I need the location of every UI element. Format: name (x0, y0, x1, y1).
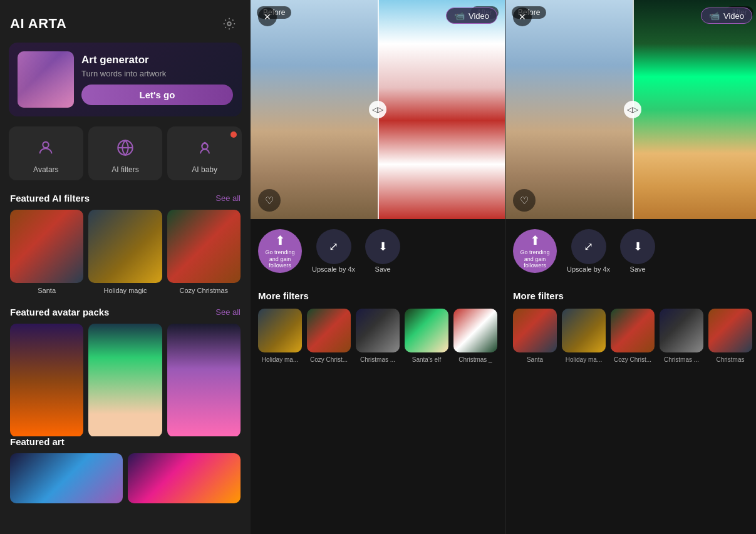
svg-point-0 (227, 22, 231, 26)
filter-holiday-label: Holiday magic (103, 287, 147, 294)
mf-left-cozy[interactable]: Cozy Christ... (307, 309, 351, 363)
filter-cozy-christmas[interactable]: Cozy Christmas (167, 210, 241, 294)
featured-art-title: Featured art (10, 436, 65, 447)
avatar-teal[interactable] (88, 324, 162, 424)
right-more-filters-row: Santa Holiday ma... Cozy Christ... Chris… (513, 309, 752, 363)
filter-santa[interactable]: Santa (10, 210, 83, 294)
right-panel: ✕ 📹 Video Before ◁▷ After ♡ ⬆ Go trendin… (505, 0, 756, 534)
mf-right-holiday[interactable]: Holiday ma... (562, 309, 606, 363)
left-divider-handle[interactable]: ◁▷ (369, 101, 386, 118)
left-video-badge[interactable]: 📹 Video (446, 8, 497, 24)
mf-left-elf-thumb (405, 309, 448, 352)
featured-avatars-header: Featured avatar packs See all (0, 307, 251, 324)
mf-right-santa-thumb (513, 309, 557, 352)
notification-dot (230, 131, 237, 138)
art-item-1[interactable] (10, 453, 123, 503)
mf-right-holiday-label: Holiday ma... (562, 356, 606, 363)
quick-ai-baby[interactable]: AI baby (167, 126, 242, 180)
settings-button[interactable] (218, 13, 241, 35)
art-generator-card: Art generator Turn words into artwork Le… (9, 43, 242, 116)
left-more-filters-title: More filters (258, 290, 497, 301)
mf-right-christmas-thumb (660, 309, 703, 352)
right-heart-button[interactable]: ♡ (513, 189, 536, 212)
left-before-half: Before (251, 0, 378, 219)
left-save-button[interactable]: ⬇ (365, 229, 400, 264)
filter-holiday[interactable]: Holiday magic (88, 210, 162, 294)
right-share-button[interactable]: ⬆ Go trendingand gainfollowers (513, 229, 557, 273)
mf-right-santa[interactable]: Santa (513, 309, 557, 363)
filter-grid: Santa Holiday magic Cozy Christmas (0, 210, 251, 307)
left-more-filters: More filters Holiday ma... Cozy Christ..… (251, 283, 505, 363)
featured-avatars-see-all[interactable]: See all (215, 307, 241, 317)
right-share-text: Go trendingand gainfollowers (520, 249, 549, 269)
mf-right-sa-thumb (708, 309, 752, 352)
quick-ai-filters[interactable]: AI filters (88, 126, 163, 180)
avatar-witch[interactable] (10, 324, 83, 424)
svg-point-1 (43, 142, 49, 148)
sidebar: AI ARTA Art generator Turn words into ar… (0, 0, 251, 534)
ai-filters-label: AI filters (111, 165, 138, 174)
left-before-after: Before ◁▷ After ♡ (251, 0, 505, 219)
mf-right-sa[interactable]: Christmas (708, 309, 752, 363)
right-video-label: Video (723, 11, 744, 21)
art-gen-thumbnail (18, 51, 74, 108)
mf-left-holiday-thumb (258, 309, 302, 352)
right-before-after: Before ◁▷ After ♡ (505, 0, 756, 219)
quick-avatars[interactable]: Avatars (9, 126, 83, 180)
avatars-icon (33, 135, 58, 160)
right-save-label: Save (630, 265, 646, 273)
mf-left-christmas-label: Christmas ... (356, 356, 400, 363)
mf-left-cozy-label: Cozy Christ... (307, 356, 351, 363)
right-divider-handle[interactable]: ◁▷ (624, 101, 641, 118)
mf-left-christmas[interactable]: Christmas ... (356, 309, 400, 363)
mf-left-elf[interactable]: Santa's elf (405, 309, 448, 363)
upscale-icon-left: ⤢ (329, 240, 338, 254)
avatar-teal-thumb (88, 324, 162, 436)
left-save-label: Save (375, 265, 391, 273)
right-panel-close[interactable]: ✕ (513, 8, 532, 26)
avatar-pink-thumb (167, 324, 241, 436)
right-save-button[interactable]: ⬇ (620, 229, 655, 264)
avatar-pink[interactable] (167, 324, 241, 424)
left-upscale-button[interactable]: ⤢ (316, 229, 351, 264)
featured-filters-see-all[interactable]: See all (215, 193, 241, 203)
mf-left-elf-label: Santa's elf (405, 356, 448, 363)
left-more-filters-row: Holiday ma... Cozy Christ... Christmas .… (258, 309, 497, 363)
filter-santa-thumb (10, 210, 83, 283)
mf-left-holiday[interactable]: Holiday ma... (258, 309, 302, 363)
right-more-filters-title: More filters (513, 290, 752, 301)
featured-filters-header: Featured AI filters See all (0, 193, 251, 210)
mf-right-santa-label: Santa (513, 356, 557, 363)
art-item-2[interactable] (128, 453, 241, 503)
avatar-witch-thumb (10, 324, 83, 436)
right-upscale-group: ⤢ Upscale by 4x (567, 229, 610, 273)
mf-left-ch-label: Christmas _ (453, 356, 497, 363)
share-icon-right: ⬆ (530, 233, 541, 248)
mf-left-cozy-thumb (307, 309, 351, 352)
right-before-half: Before (505, 0, 633, 219)
ai-baby-label: AI baby (192, 165, 217, 174)
left-panel-close[interactable]: ✕ (258, 8, 277, 26)
art-grid (0, 453, 251, 503)
quick-access: Avatars AI filters AI baby (9, 126, 242, 180)
mf-left-ch[interactable]: Christmas _ (453, 309, 497, 363)
mf-right-christmas[interactable]: Christmas ... (660, 309, 703, 363)
right-video-badge[interactable]: 📹 Video (701, 8, 752, 24)
right-after-half: After (633, 0, 756, 219)
right-upscale-label: Upscale by 4x (567, 265, 610, 273)
right-upscale-button[interactable]: ⤢ (571, 229, 606, 264)
left-heart-button[interactable]: ♡ (258, 189, 281, 212)
left-share-button[interactable]: ⬆ Go trendingand gainfollowers (258, 229, 302, 273)
right-action-row: ⬆ Go trendingand gainfollowers ⤢ Upscale… (505, 219, 756, 283)
lets-go-button[interactable]: Let's go (81, 85, 233, 105)
featured-filters-title: Featured AI filters (10, 193, 90, 203)
app-title: AI ARTA (10, 16, 66, 32)
left-upscale-label: Upscale by 4x (312, 265, 355, 273)
mf-right-cozy-label: Cozy Christ... (611, 356, 655, 363)
mf-left-holiday-label: Holiday ma... (258, 356, 302, 363)
mf-right-christmas-label: Christmas ... (660, 356, 703, 363)
filter-cozy-label: Cozy Christmas (180, 287, 229, 294)
mf-right-cozy[interactable]: Cozy Christ... (611, 309, 655, 363)
left-video-label: Video (469, 11, 489, 21)
filter-holiday-thumb (88, 210, 162, 283)
